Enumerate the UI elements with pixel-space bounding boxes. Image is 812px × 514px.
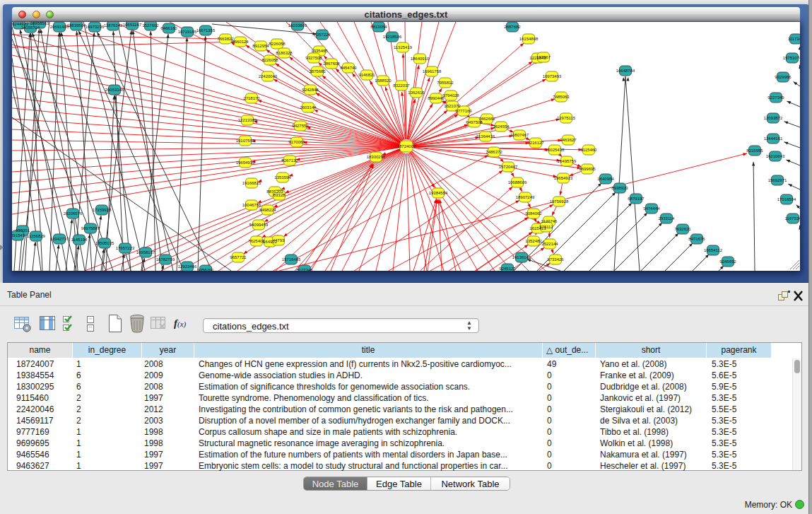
svg-text:12093872: 12093872: [764, 116, 783, 120]
svg-text:20206576: 20206576: [64, 211, 83, 216]
svg-text:10653267: 10653267: [123, 23, 142, 27]
svg-text:9245123: 9245123: [499, 267, 516, 271]
svg-text:15751074: 15751074: [783, 56, 800, 60]
svg-text:10046756: 10046756: [242, 203, 261, 207]
svg-text:44793: 44793: [273, 238, 285, 243]
svg-text:9463627: 9463627: [560, 138, 577, 142]
svg-text:17016504: 17016504: [777, 197, 796, 201]
svg-text:21364436: 21364436: [476, 134, 495, 139]
svg-text:12975115: 12975115: [557, 116, 576, 120]
svg-text:6879197: 6879197: [628, 197, 645, 201]
svg-text:7485063: 7485063: [553, 95, 570, 99]
svg-text:10973493: 10973493: [543, 74, 562, 78]
svg-text:9146821: 9146821: [358, 73, 375, 77]
svg-text:15716485: 15716485: [282, 257, 301, 262]
svg-text:9657721: 9657721: [230, 255, 247, 259]
svg-text:9356201: 9356201: [197, 268, 214, 271]
svg-text:12444151: 12444151: [764, 136, 783, 141]
svg-text:9329966: 9329966: [775, 75, 792, 79]
svg-text:7486372: 7486372: [486, 150, 502, 154]
svg-text:2867608: 2867608: [323, 62, 340, 66]
svg-text:9084062: 9084062: [525, 211, 542, 216]
svg-text:12213389: 12213389: [238, 118, 257, 122]
svg-text:2933114: 2933114: [659, 216, 676, 221]
svg-text:8454749: 8454749: [340, 66, 357, 70]
svg-text:6466160: 6466160: [160, 26, 177, 30]
svg-text:9170063: 9170063: [288, 140, 305, 144]
svg-text:18640910: 18640910: [411, 57, 430, 61]
svg-text:18907249: 18907249: [516, 195, 535, 199]
svg-text:9474444: 9474444: [643, 206, 660, 211]
svg-text:8471676: 8471676: [688, 237, 705, 241]
svg-text:1353594: 1353594: [274, 175, 291, 180]
svg-text:1120746: 1120746: [541, 219, 558, 223]
svg-text:16782759: 16782759: [156, 257, 175, 262]
svg-text:9794028: 9794028: [442, 93, 459, 98]
svg-text:575112: 575112: [539, 225, 553, 229]
svg-text:54099459: 54099459: [249, 223, 269, 227]
svg-text:1640954: 1640954: [597, 177, 614, 181]
svg-text:193967: 193967: [536, 55, 551, 59]
svg-text:8322037: 8322037: [393, 83, 410, 88]
svg-text:13505135: 13505135: [95, 241, 114, 245]
svg-text:11325419: 11325419: [394, 45, 413, 49]
svg-text:17359928: 17359928: [93, 208, 112, 212]
svg-text:10654112: 10654112: [704, 248, 723, 252]
svg-text:1362615: 1362615: [408, 90, 425, 95]
svg-text:19654935: 19654935: [236, 160, 255, 165]
svg-text:9227349: 9227349: [767, 95, 784, 100]
svg-text:8215955: 8215955: [746, 148, 763, 153]
svg-text:10107553: 10107553: [236, 139, 255, 143]
svg-text:19384554: 19384554: [429, 191, 448, 195]
svg-text:16210643: 16210643: [766, 154, 785, 158]
svg-text:16154808: 16154808: [519, 37, 539, 41]
svg-text:9242848: 9242848: [302, 88, 319, 92]
svg-text:1145194: 1145194: [71, 238, 88, 242]
svg-text:6216127: 6216127: [527, 141, 544, 145]
svg-text:10807467: 10807467: [510, 133, 529, 137]
svg-text:20958563: 20958563: [30, 22, 49, 25]
svg-text:19756928: 19756928: [550, 199, 569, 204]
svg-text:9327508: 9327508: [305, 56, 322, 60]
svg-text:2522144: 2522144: [541, 242, 558, 246]
svg-text:1527602: 1527602: [142, 23, 159, 28]
svg-text:15720407: 15720407: [499, 165, 518, 169]
svg-text:16671355: 16671355: [196, 28, 216, 33]
svg-text:16973236: 16973236: [86, 25, 105, 29]
svg-text:19654923: 19654923: [554, 176, 573, 180]
svg-text:7955812: 7955812: [437, 81, 454, 85]
svg-text:26495759: 26495759: [558, 159, 577, 163]
svg-text:7357224: 7357224: [314, 33, 331, 37]
svg-text:20053346: 20053346: [105, 88, 124, 92]
svg-text:8938923: 8938923: [611, 186, 628, 190]
svg-text:5498224: 5498224: [259, 208, 276, 212]
svg-text:1935465: 1935465: [311, 49, 328, 53]
svg-text:9115460: 9115460: [581, 148, 598, 152]
svg-text:9699695: 9699695: [579, 167, 596, 171]
svg-text:14136141: 14136141: [512, 255, 531, 259]
svg-text:2603144: 2603144: [300, 105, 317, 110]
svg-text:10688609: 10688609: [508, 180, 527, 185]
svg-text:12876342: 12876342: [104, 23, 123, 28]
svg-text:2718170: 2718170: [243, 96, 260, 100]
svg-text:17957223: 17957223: [116, 246, 135, 250]
svg-text:2687682: 2687682: [504, 25, 521, 29]
svg-text:10025438: 10025438: [546, 148, 565, 152]
svg-text:14055724: 14055724: [21, 25, 40, 30]
svg-text:7632621: 7632621: [674, 227, 691, 231]
svg-text:18724007: 18724007: [397, 144, 416, 148]
svg-text:1621072: 1621072: [444, 104, 461, 108]
svg-text:9777169: 9777169: [455, 109, 472, 113]
svg-text:1588520: 1588520: [375, 78, 392, 83]
svg-text:935001: 935001: [16, 228, 30, 233]
svg-text:8660124: 8660124: [232, 40, 249, 44]
svg-text:7462662: 7462662: [478, 117, 495, 121]
svg-text:16648784: 16648784: [616, 69, 635, 73]
svg-text:18300295: 18300295: [367, 155, 386, 159]
svg-text:22420046: 22420046: [259, 74, 278, 78]
svg-text:83328: 83328: [273, 193, 286, 197]
svg-text:10958137: 10958137: [136, 250, 155, 255]
svg-text:8912954: 8912954: [252, 44, 269, 48]
svg-text:18839504: 18839504: [67, 23, 86, 28]
svg-text:9427552: 9427552: [292, 124, 309, 128]
